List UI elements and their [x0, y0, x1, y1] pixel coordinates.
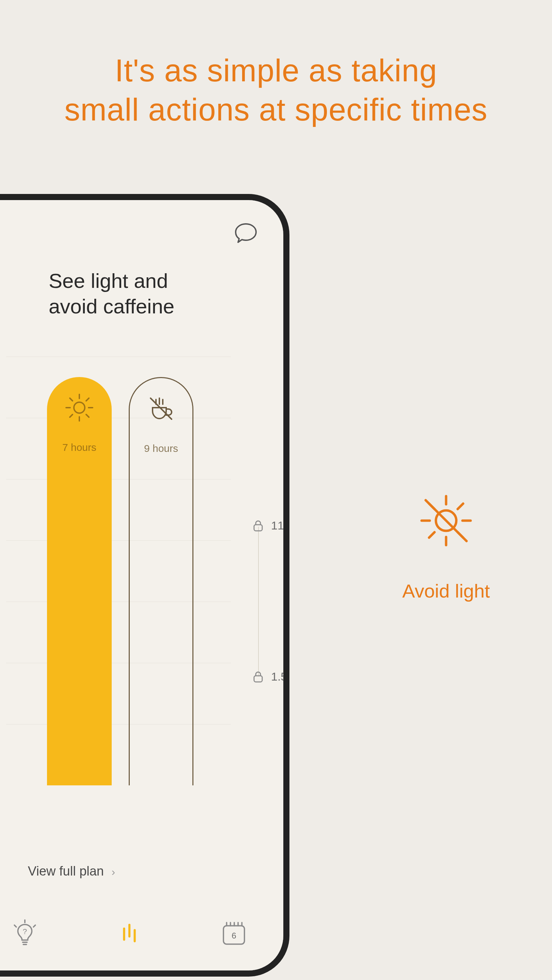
svg-text:?: ?: [23, 927, 27, 936]
marker-start-label: 11.30am: [271, 519, 283, 532]
lock-icon: [251, 670, 265, 683]
avoid-light-callout: Avoid light: [361, 490, 531, 602]
bar-light-label: 7 hours: [47, 442, 112, 453]
marketing-headline: It's as simple as takingsmall actions at…: [0, 51, 552, 129]
screen-title: See light andavoid caffeine: [49, 268, 174, 319]
bottom-nav: ?: [0, 909, 270, 957]
bar-avoid-caffeine[interactable]: 9 hours: [129, 377, 193, 785]
svg-line-35: [458, 504, 463, 509]
sun-icon: [64, 392, 95, 423]
marker-connector: [258, 527, 259, 676]
svg-line-15: [14, 925, 16, 927]
view-full-plan-label: View full plan: [28, 864, 104, 878]
nav-plan-active[interactable]: [114, 918, 145, 948]
svg-rect-11: [254, 676, 262, 682]
avoid-light-label: Avoid light: [361, 580, 531, 602]
svg-line-8: [86, 398, 89, 401]
nav-tips[interactable]: ?: [10, 918, 40, 948]
svg-line-7: [70, 414, 73, 417]
plan-chart: 7 hours 9 hour: [6, 356, 279, 785]
gridline: [6, 479, 231, 479]
gridline: [6, 418, 231, 418]
chat-icon[interactable]: [232, 221, 260, 248]
lock-icon: [251, 519, 265, 532]
svg-line-6: [86, 414, 89, 417]
chevron-right-icon: ›: [112, 865, 115, 878]
time-marker-start[interactable]: 11.30am: [251, 519, 283, 532]
time-marker-end[interactable]: 1.50pm: [251, 670, 283, 683]
svg-line-16: [34, 925, 35, 927]
bar-see-light[interactable]: 7 hours: [47, 377, 112, 785]
gridline: [6, 540, 231, 541]
phone-frame: See light andavoid caffeine: [0, 194, 289, 977]
svg-rect-10: [254, 525, 262, 531]
gridline: [6, 601, 231, 602]
calendar-day-number: 6: [231, 931, 236, 940]
bar-caffeine-label: 9 hours: [130, 443, 192, 454]
view-full-plan-link[interactable]: View full plan ›: [0, 864, 283, 878]
gridline: [6, 724, 231, 724]
svg-point-0: [74, 402, 85, 413]
marker-end-label: 1.50pm: [271, 670, 283, 683]
phone-screen: See light andavoid caffeine: [0, 200, 283, 970]
gridline: [6, 663, 231, 663]
no-sun-icon: [415, 490, 477, 551]
no-coffee-icon: [146, 393, 176, 424]
nav-calendar[interactable]: 6: [219, 918, 249, 948]
svg-line-5: [70, 398, 73, 401]
svg-line-34: [429, 532, 434, 538]
gridline: [6, 356, 231, 357]
